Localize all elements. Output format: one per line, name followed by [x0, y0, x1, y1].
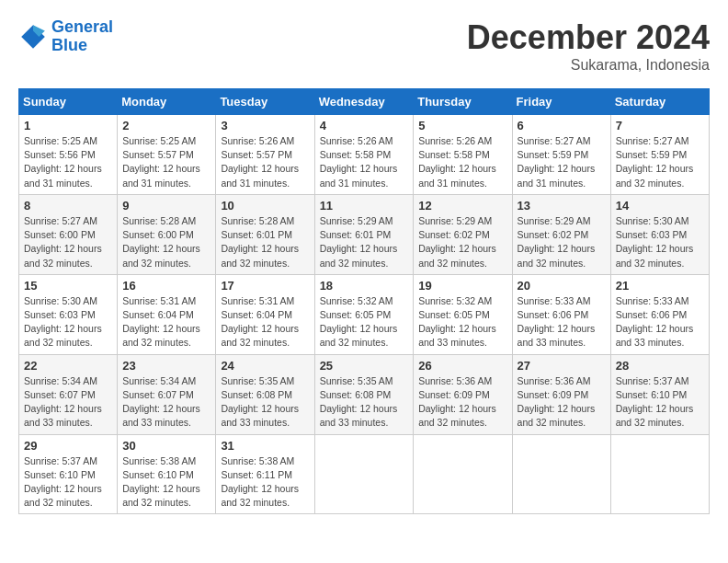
calendar-cell: 20 Sunrise: 5:33 AM Sunset: 6:06 PM Dayl… [512, 274, 610, 354]
weekday-header-monday: Monday [118, 89, 216, 115]
calendar-cell: 16 Sunrise: 5:31 AM Sunset: 6:04 PM Dayl… [118, 274, 216, 354]
day-info: Sunrise: 5:31 AM Sunset: 6:04 PM Dayligh… [221, 294, 309, 350]
day-number: 2 [122, 119, 210, 132]
day-info: Sunrise: 5:30 AM Sunset: 6:03 PM Dayligh… [24, 294, 112, 350]
calendar-cell: 2 Sunrise: 5:25 AM Sunset: 5:57 PM Dayli… [118, 115, 216, 195]
weekday-header-row: SundayMondayTuesdayWednesdayThursdayFrid… [19, 89, 710, 115]
calendar-cell: 29 Sunrise: 5:37 AM Sunset: 6:10 PM Dayl… [19, 434, 118, 514]
day-number: 4 [320, 119, 409, 132]
day-number: 29 [24, 439, 112, 453]
calendar-cell: 11 Sunrise: 5:29 AM Sunset: 6:01 PM Dayl… [314, 194, 414, 274]
calendar-week-4: 22 Sunrise: 5:34 AM Sunset: 6:07 PM Dayl… [19, 354, 710, 434]
calendar-cell: 28 Sunrise: 5:37 AM Sunset: 6:10 PM Dayl… [610, 354, 709, 434]
calendar-cell: 4 Sunrise: 5:26 AM Sunset: 5:58 PM Dayli… [314, 115, 414, 195]
page-header: General Blue December 2024 Sukarama, Ind… [18, 18, 710, 74]
calendar-cell: 25 Sunrise: 5:35 AM Sunset: 6:08 PM Dayl… [314, 354, 414, 434]
day-number: 5 [418, 119, 506, 132]
calendar-cell [610, 434, 709, 514]
calendar-cell [314, 434, 414, 514]
day-info: Sunrise: 5:36 AM Sunset: 6:09 PM Dayligh… [518, 374, 606, 431]
calendar-cell: 24 Sunrise: 5:35 AM Sunset: 6:08 PM Dayl… [216, 354, 314, 434]
weekday-header-wednesday: Wednesday [314, 89, 414, 115]
day-number: 1 [24, 119, 112, 132]
day-info: Sunrise: 5:28 AM Sunset: 6:00 PM Dayligh… [122, 214, 210, 270]
weekday-header-thursday: Thursday [414, 89, 512, 115]
day-number: 20 [518, 279, 606, 293]
calendar-week-5: 29 Sunrise: 5:37 AM Sunset: 6:10 PM Dayl… [19, 434, 710, 514]
day-number: 25 [320, 359, 409, 373]
calendar-cell [414, 434, 512, 514]
day-number: 3 [221, 119, 309, 132]
logo-text: General Blue [51, 18, 113, 55]
day-info: Sunrise: 5:38 AM Sunset: 6:11 PM Dayligh… [221, 454, 309, 511]
day-info: Sunrise: 5:27 AM Sunset: 5:59 PM Dayligh… [518, 134, 606, 190]
day-info: Sunrise: 5:29 AM Sunset: 6:01 PM Dayligh… [320, 214, 409, 270]
day-info: Sunrise: 5:28 AM Sunset: 6:01 PM Dayligh… [221, 214, 309, 270]
day-number: 22 [24, 359, 112, 373]
calendar-cell: 30 Sunrise: 5:38 AM Sunset: 6:10 PM Dayl… [118, 434, 216, 514]
day-number: 7 [616, 119, 704, 132]
calendar-cell: 19 Sunrise: 5:32 AM Sunset: 6:05 PM Dayl… [414, 274, 512, 354]
calendar-cell: 9 Sunrise: 5:28 AM Sunset: 6:00 PM Dayli… [118, 194, 216, 274]
weekday-header-sunday: Sunday [19, 89, 118, 115]
day-number: 24 [221, 359, 309, 373]
day-info: Sunrise: 5:34 AM Sunset: 6:07 PM Dayligh… [24, 374, 112, 431]
day-number: 28 [616, 359, 704, 373]
calendar-cell: 5 Sunrise: 5:26 AM Sunset: 5:58 PM Dayli… [414, 115, 512, 195]
calendar-cell: 1 Sunrise: 5:25 AM Sunset: 5:56 PM Dayli… [19, 115, 118, 195]
day-info: Sunrise: 5:32 AM Sunset: 6:05 PM Dayligh… [320, 294, 409, 350]
day-number: 11 [320, 199, 409, 213]
day-number: 6 [518, 119, 606, 132]
calendar-cell: 6 Sunrise: 5:27 AM Sunset: 5:59 PM Dayli… [512, 115, 610, 195]
day-number: 12 [418, 199, 506, 213]
calendar-week-2: 8 Sunrise: 5:27 AM Sunset: 6:00 PM Dayli… [19, 194, 710, 274]
day-info: Sunrise: 5:25 AM Sunset: 5:56 PM Dayligh… [24, 134, 112, 190]
day-info: Sunrise: 5:38 AM Sunset: 6:10 PM Dayligh… [122, 454, 210, 511]
calendar-cell: 3 Sunrise: 5:26 AM Sunset: 5:57 PM Dayli… [216, 115, 314, 195]
day-number: 13 [518, 199, 606, 213]
day-info: Sunrise: 5:29 AM Sunset: 6:02 PM Dayligh… [518, 214, 606, 270]
calendar-week-3: 15 Sunrise: 5:30 AM Sunset: 6:03 PM Dayl… [19, 274, 710, 354]
day-info: Sunrise: 5:37 AM Sunset: 6:10 PM Dayligh… [24, 454, 112, 511]
calendar-cell: 13 Sunrise: 5:29 AM Sunset: 6:02 PM Dayl… [512, 194, 610, 274]
day-info: Sunrise: 5:37 AM Sunset: 6:10 PM Dayligh… [616, 374, 704, 431]
title-block: December 2024 Sukarama, Indonesia [467, 18, 710, 74]
calendar-cell: 26 Sunrise: 5:36 AM Sunset: 6:09 PM Dayl… [414, 354, 512, 434]
day-number: 23 [122, 359, 210, 373]
location-subtitle: Sukarama, Indonesia [467, 57, 710, 74]
calendar-cell: 12 Sunrise: 5:29 AM Sunset: 6:02 PM Dayl… [414, 194, 512, 274]
calendar-cell: 18 Sunrise: 5:32 AM Sunset: 6:05 PM Dayl… [314, 274, 414, 354]
month-title: December 2024 [467, 18, 710, 57]
weekday-header-tuesday: Tuesday [216, 89, 314, 115]
calendar-cell: 27 Sunrise: 5:36 AM Sunset: 6:09 PM Dayl… [512, 354, 610, 434]
day-info: Sunrise: 5:26 AM Sunset: 5:58 PM Dayligh… [320, 134, 409, 190]
calendar-cell: 31 Sunrise: 5:38 AM Sunset: 6:11 PM Dayl… [216, 434, 314, 514]
calendar-cell: 8 Sunrise: 5:27 AM Sunset: 6:00 PM Dayli… [19, 194, 118, 274]
weekday-header-saturday: Saturday [610, 89, 709, 115]
day-info: Sunrise: 5:25 AM Sunset: 5:57 PM Dayligh… [122, 134, 210, 190]
calendar-cell: 17 Sunrise: 5:31 AM Sunset: 6:04 PM Dayl… [216, 274, 314, 354]
day-info: Sunrise: 5:33 AM Sunset: 6:06 PM Dayligh… [616, 294, 704, 350]
day-number: 26 [418, 359, 506, 373]
day-number: 14 [616, 199, 704, 213]
logo: General Blue [18, 18, 113, 55]
day-info: Sunrise: 5:34 AM Sunset: 6:07 PM Dayligh… [122, 374, 210, 431]
logo-icon [18, 22, 48, 52]
calendar-cell: 21 Sunrise: 5:33 AM Sunset: 6:06 PM Dayl… [610, 274, 709, 354]
day-info: Sunrise: 5:29 AM Sunset: 6:02 PM Dayligh… [418, 214, 506, 270]
day-info: Sunrise: 5:26 AM Sunset: 5:57 PM Dayligh… [221, 134, 309, 190]
calendar-table: SundayMondayTuesdayWednesdayThursdayFrid… [18, 88, 710, 514]
calendar-cell: 15 Sunrise: 5:30 AM Sunset: 6:03 PM Dayl… [19, 274, 118, 354]
day-info: Sunrise: 5:32 AM Sunset: 6:05 PM Dayligh… [418, 294, 506, 350]
calendar-cell [512, 434, 610, 514]
calendar-week-1: 1 Sunrise: 5:25 AM Sunset: 5:56 PM Dayli… [19, 115, 710, 195]
day-info: Sunrise: 5:27 AM Sunset: 6:00 PM Dayligh… [24, 214, 112, 270]
day-number: 19 [418, 279, 506, 293]
day-number: 8 [24, 199, 112, 213]
day-number: 27 [518, 359, 606, 373]
day-info: Sunrise: 5:33 AM Sunset: 6:06 PM Dayligh… [518, 294, 606, 350]
day-info: Sunrise: 5:35 AM Sunset: 6:08 PM Dayligh… [221, 374, 309, 431]
day-info: Sunrise: 5:35 AM Sunset: 6:08 PM Dayligh… [320, 374, 409, 431]
calendar-cell: 7 Sunrise: 5:27 AM Sunset: 5:59 PM Dayli… [610, 115, 709, 195]
day-info: Sunrise: 5:36 AM Sunset: 6:09 PM Dayligh… [418, 374, 506, 431]
